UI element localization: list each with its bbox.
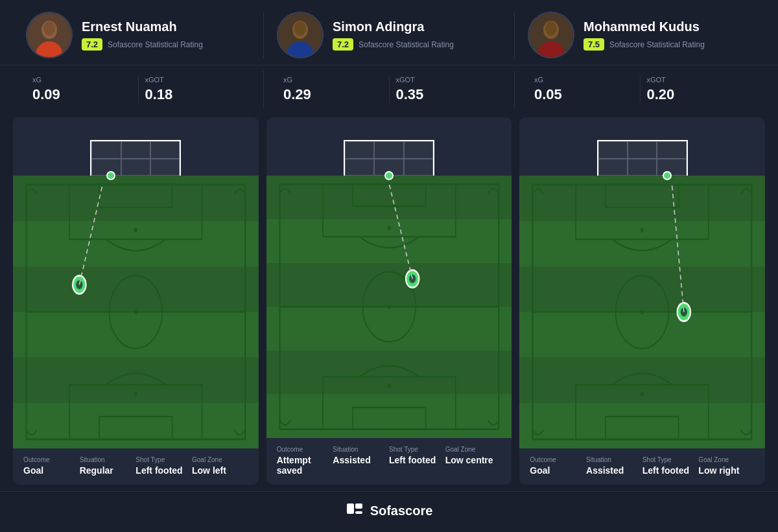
player-card-1: Simon Adingra 7.2 Sofascore Statistical … xyxy=(264,12,515,58)
stat-xgot-label-2: xGOT xyxy=(647,76,666,84)
svg-point-45 xyxy=(387,226,390,231)
player-card-2: Mohammed Kudus 7.5 Sofascore Statistical… xyxy=(515,12,765,58)
outcome-item-2: Outcome Goal xyxy=(530,456,586,476)
goal-zone-label-2: Goal Zone xyxy=(698,456,755,463)
situation-item-0: Situation Regular xyxy=(80,456,136,476)
stat-xg-0: xG 0.09 xyxy=(26,76,139,103)
situation-label-0: Situation xyxy=(80,456,136,463)
rating-row-1: 7.2 Sofascore Statistical Rating xyxy=(333,38,454,51)
rating-label-0: Sofascore Statistical Rating xyxy=(108,40,203,49)
stat-xg-1: xG 0.29 xyxy=(277,76,390,103)
outcome-value-1: Attempt saved xyxy=(277,455,333,476)
svg-point-30 xyxy=(76,280,82,289)
goal-zone-label-0: Goal Zone xyxy=(192,456,248,463)
player-name-0: Ernest Nuamah xyxy=(82,19,203,34)
main-container: Ernest Nuamah 7.2 Sofascore Statistical … xyxy=(0,0,778,532)
svg-point-22 xyxy=(134,310,137,314)
pitch-field-1 xyxy=(266,176,512,438)
outcome-label-1: Outcome xyxy=(277,446,333,453)
stats-section-0: xG 0.09 xGOT 0.18 xyxy=(13,71,264,108)
goal-zone-item-0: Goal Zone Low left xyxy=(192,456,248,476)
svg-rect-55 xyxy=(519,266,765,312)
svg-point-11 xyxy=(545,21,557,36)
goal-grid-0 xyxy=(91,141,180,176)
situation-label-2: Situation xyxy=(586,456,642,463)
goal-dot-2 xyxy=(663,171,672,180)
goal-dot-0 xyxy=(106,171,115,180)
rating-row-0: 7.2 Sofascore Statistical Rating xyxy=(82,38,203,51)
sofascore-icon xyxy=(346,500,364,522)
shot-type-label-0: Shot Type xyxy=(136,456,192,463)
situation-label-1: Situation xyxy=(333,446,389,453)
stat-xg-label-0: xG xyxy=(32,76,41,84)
player-avatar-2 xyxy=(528,12,574,58)
pitches-row: Outcome Goal Situation Regular Shot Type… xyxy=(0,113,778,491)
svg-rect-33 xyxy=(266,176,512,220)
goal-dot-1 xyxy=(384,171,394,180)
goal-grid-2 xyxy=(598,141,687,176)
svg-point-68 xyxy=(641,391,644,396)
stat-xgot-value-2: 0.20 xyxy=(647,86,675,103)
outcome-label-0: Outcome xyxy=(23,456,80,463)
situation-item-2: Situation Assisted xyxy=(586,456,642,476)
pitch-field-0 xyxy=(13,176,259,448)
stats-section-1: xG 0.29 xGOT 0.35 xyxy=(264,71,515,108)
goal-zone-item-1: Goal Zone Low centre xyxy=(445,446,502,476)
shot-type-item-2: Shot Type Left footed xyxy=(642,456,699,476)
svg-rect-17 xyxy=(13,358,259,403)
stat-xg-value-2: 0.05 xyxy=(534,86,562,103)
rating-label-1: Sofascore Statistical Rating xyxy=(359,40,454,49)
svg-rect-57 xyxy=(519,358,765,403)
svg-rect-72 xyxy=(347,503,354,514)
shot-type-label-2: Shot Type xyxy=(642,456,699,463)
situation-value-2: Assisted xyxy=(586,465,642,476)
situation-value-1: Assisted xyxy=(333,455,389,465)
player-card-0: Ernest Nuamah 7.2 Sofascore Statistical … xyxy=(13,12,264,58)
svg-rect-54 xyxy=(519,221,765,266)
rating-badge-0: 7.2 xyxy=(82,38,102,51)
player-info-1: Simon Adingra 7.2 Sofascore Statistical … xyxy=(333,19,454,51)
svg-point-65 xyxy=(641,228,644,233)
svg-rect-36 xyxy=(266,307,512,351)
outcome-value-0: Goal xyxy=(23,465,80,476)
player-info-0: Ernest Nuamah 7.2 Sofascore Statistical … xyxy=(82,19,203,51)
svg-point-28 xyxy=(134,391,137,396)
stat-xg-value-0: 0.09 xyxy=(32,86,60,103)
pitch-card-2: Outcome Goal Situation Assisted Shot Typ… xyxy=(519,117,765,485)
goal-viz-2 xyxy=(519,117,765,176)
shot-type-label-1: Shot Type xyxy=(389,446,445,453)
svg-rect-14 xyxy=(13,221,259,266)
stat-xg-label-1: xG xyxy=(283,76,292,84)
player-name-1: Simon Adingra xyxy=(333,19,454,34)
svg-rect-16 xyxy=(13,312,259,358)
shot-type-value-0: Left footed xyxy=(136,465,192,476)
goal-zone-item-2: Goal Zone Low right xyxy=(698,456,755,476)
goal-zone-value-1: Low centre xyxy=(445,455,502,465)
goal-frame-2 xyxy=(597,140,688,176)
stat-xg-2: xG 0.05 xyxy=(528,76,641,103)
svg-rect-38 xyxy=(266,395,512,439)
goal-zone-value-2: Low right xyxy=(698,465,755,476)
players-row: Ernest Nuamah 7.2 Sofascore Statistical … xyxy=(0,0,778,65)
svg-rect-58 xyxy=(519,403,765,448)
outcome-item-1: Outcome Attempt saved xyxy=(277,446,333,476)
svg-rect-15 xyxy=(13,266,259,312)
svg-rect-56 xyxy=(519,312,765,358)
stat-xgot-label-1: xGOT xyxy=(396,76,415,84)
stat-xg-label-2: xG xyxy=(534,76,543,84)
stats-row: xG 0.09 xGOT 0.18 xG 0.29 xGOT 0.35 xG 0… xyxy=(0,65,778,113)
svg-rect-74 xyxy=(355,511,362,514)
pitch-field-2 xyxy=(519,176,765,448)
shot-type-item-1: Shot Type Left footed xyxy=(389,446,445,476)
shot-type-item-0: Shot Type Left footed xyxy=(136,456,192,476)
goal-frame-1 xyxy=(344,140,434,176)
svg-point-62 xyxy=(641,310,644,314)
stats-section-2: xG 0.05 xGOT 0.20 xyxy=(515,71,765,108)
svg-point-7 xyxy=(294,21,306,36)
goal-zone-value-0: Low left xyxy=(192,465,248,476)
sofascore-logo-text: Sofascore xyxy=(370,503,433,518)
player-name-2: Mohammed Kudus xyxy=(584,19,705,34)
player-avatar-1 xyxy=(277,12,324,58)
stat-xgot-label-0: xGOT xyxy=(145,76,164,84)
footer: Sofascore xyxy=(0,491,778,532)
